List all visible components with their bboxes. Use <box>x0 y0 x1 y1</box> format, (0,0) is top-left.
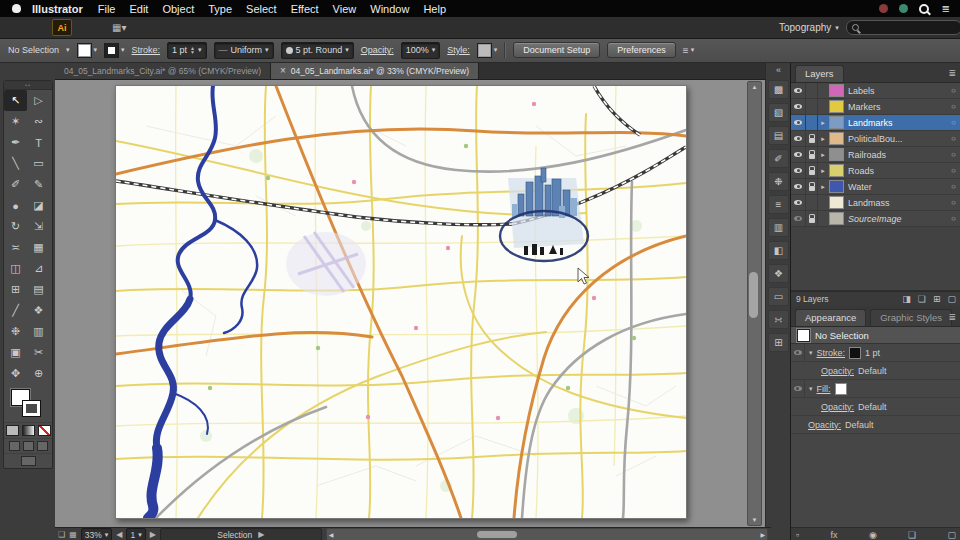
spotlight-icon[interactable] <box>919 4 929 14</box>
artboard-navigation-select[interactable]: 1▾ <box>126 528 145 540</box>
clear-appearance-icon[interactable]: ◉ <box>869 530 877 540</box>
scroll-right-icon[interactable]: ▶ <box>760 531 765 538</box>
visibility-cell[interactable] <box>791 99 806 114</box>
target-icon[interactable]: ○ <box>946 118 960 127</box>
scroll-up-icon[interactable]: ▲ <box>752 82 758 92</box>
blob-brush-tool[interactable]: ● <box>4 195 27 216</box>
mesh-tool[interactable]: ⊞ <box>4 279 27 300</box>
visibility-cell[interactable] <box>791 195 806 210</box>
brush-select[interactable]: 5 pt. Round▾ <box>281 42 354 59</box>
prev-artboard-icon[interactable]: ◀ <box>116 530 122 539</box>
layer-name[interactable]: Roads <box>848 166 946 176</box>
type-tool[interactable]: T <box>27 132 50 153</box>
stroke-weight-field[interactable]: 1 pt▲▼▾ <box>167 42 206 59</box>
visibility-cell[interactable] <box>791 83 806 98</box>
layer-row-labels[interactable]: Labels○ <box>791 83 960 99</box>
layer-row-markers[interactable]: Markers○ <box>791 99 960 115</box>
menu-effect[interactable]: Effect <box>291 3 319 15</box>
artboards-panel-icon[interactable]: ▭ <box>768 287 789 306</box>
status-flyout-icon[interactable]: ▶ <box>258 530 264 539</box>
stroke-control[interactable]: ▾ <box>104 43 125 58</box>
visibility-cell[interactable] <box>791 380 805 397</box>
color-guide-panel-icon[interactable]: ▧ <box>768 103 789 122</box>
none-mode-icon[interactable] <box>38 425 51 436</box>
lock-cell[interactable] <box>806 99 818 114</box>
zoom-level-select[interactable]: 33%▾ <box>81 528 113 540</box>
lock-cell[interactable] <box>806 83 818 98</box>
first-artboard-icon[interactable]: ❏ <box>58 530 65 539</box>
menu-edit[interactable]: Edit <box>129 3 148 15</box>
width-tool[interactable]: ≍ <box>4 237 27 258</box>
style-select[interactable]: ▾ <box>477 43 498 58</box>
expand-icon[interactable]: ▸ <box>818 119 828 127</box>
duplicate-item-icon[interactable]: ❏ <box>908 530 916 540</box>
symbol-sprayer-tool[interactable]: ❉ <box>4 321 27 342</box>
apple-menu-icon[interactable] <box>12 4 21 13</box>
transparency-panel-icon[interactable]: ◧ <box>768 241 789 260</box>
appearance-row-opacity[interactable]: Opacity:Default <box>791 362 960 380</box>
stroke-panel-link[interactable]: Stroke: <box>132 45 161 55</box>
tools-panel-gripper[interactable]: •• <box>4 81 52 90</box>
color-mode-icon[interactable] <box>6 425 19 436</box>
delete-item-icon[interactable]: ▢ <box>947 530 956 540</box>
expand-icon[interactable]: ▸ <box>818 167 828 175</box>
stroke-color-swatch[interactable] <box>849 347 861 359</box>
document-tab-1[interactable]: 04_05_Landmarks_City.ai* @ 65% (CMYK/Pre… <box>55 62 271 79</box>
tab-graphic-styles[interactable]: Graphic Styles <box>870 309 952 326</box>
gradient-panel-icon[interactable]: ▥ <box>768 218 789 237</box>
visibility-cell[interactable] <box>791 163 806 178</box>
eraser-tool[interactable]: ◪ <box>27 195 50 216</box>
tab-layers[interactable]: Layers <box>795 65 844 82</box>
make-clipping-mask-icon[interactable]: ◨ <box>902 294 911 304</box>
menu-help[interactable]: Help <box>423 3 446 15</box>
target-icon[interactable]: ○ <box>946 134 960 143</box>
draw-behind-icon[interactable] <box>23 441 34 451</box>
stroke-swatch[interactable] <box>104 43 119 58</box>
panel-menu-icon[interactable]: ≣ <box>948 68 956 78</box>
next-artboard-icon[interactable]: ▶ <box>150 530 156 539</box>
arrange-documents-icon[interactable]: ▦▾ <box>112 22 126 33</box>
layer-name[interactable]: Railroads <box>848 150 946 160</box>
search-input[interactable] <box>846 20 960 35</box>
horizontal-scrollbar[interactable]: ◀ ▶ <box>326 528 768 540</box>
artboard-grid-icon[interactable]: ▦ <box>69 530 77 539</box>
align-panel-icon[interactable]: ∺ <box>768 310 789 329</box>
transform-panel-icon[interactable]: ⊞ <box>768 333 789 352</box>
menu-window[interactable]: Window <box>370 3 409 15</box>
layer-name[interactable]: SourceImage <box>848 214 946 224</box>
column-graph-tool[interactable]: ▥ <box>27 321 50 342</box>
menu-object[interactable]: Object <box>162 3 194 15</box>
opacity-field[interactable]: 100%▾ <box>401 42 441 59</box>
notification-center-icon[interactable]: ≣ <box>942 3 950 14</box>
slice-tool[interactable]: ✂ <box>27 342 50 363</box>
paintbrush-tool[interactable]: ✐ <box>4 174 27 195</box>
visibility-cell[interactable] <box>791 211 806 226</box>
expand-panels-icon[interactable]: « <box>776 62 781 78</box>
lock-cell[interactable] <box>806 211 818 226</box>
tab-appearance[interactable]: Appearance <box>795 309 866 326</box>
attribute-label[interactable]: Opacity: <box>808 420 841 430</box>
screen-record-icon[interactable] <box>879 4 888 13</box>
target-icon[interactable]: ○ <box>946 182 960 191</box>
layer-row-sourceimage[interactable]: SourceImage○ <box>791 211 960 227</box>
menu-file[interactable]: File <box>98 3 116 15</box>
layer-name[interactable]: PoliticalBou... <box>848 134 946 144</box>
line-segment-tool[interactable]: ╲ <box>4 153 27 174</box>
layer-row-politicalbou[interactable]: ▸PoliticalBou...○ <box>791 131 960 147</box>
chevron-down-icon[interactable]: ▾ <box>66 46 70 54</box>
appearance-row-stroke[interactable]: ▾Stroke:1 pt <box>791 344 960 362</box>
screen-share-icon[interactable] <box>899 4 908 13</box>
layer-name[interactable]: Water <box>848 182 946 192</box>
layer-name[interactable]: Landmarks <box>848 118 946 128</box>
workspace-switcher[interactable]: Topography ▾ <box>779 22 839 33</box>
zoom-tool[interactable]: ⊕ <box>27 363 50 384</box>
fill-color-swatch[interactable] <box>835 383 847 395</box>
panel-menu-icon[interactable]: ≣ <box>948 312 956 322</box>
eyedropper-tool[interactable]: ╱ <box>4 300 27 321</box>
lock-cell[interactable] <box>806 115 818 130</box>
gradient-tool[interactable]: ▤ <box>27 279 50 300</box>
target-icon[interactable]: ○ <box>946 86 960 95</box>
pencil-tool[interactable]: ✎ <box>27 174 50 195</box>
rotate-tool[interactable]: ↻ <box>4 216 27 237</box>
brushes-panel-icon[interactable]: ✐ <box>768 149 789 168</box>
